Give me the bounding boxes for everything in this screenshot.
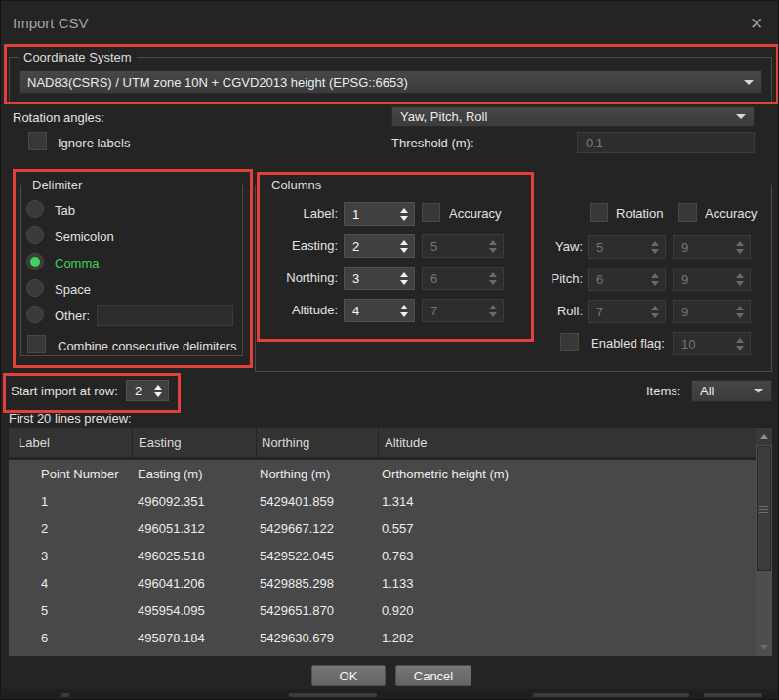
cell: Easting (m) <box>132 467 255 481</box>
scroll-down-button[interactable] <box>756 638 772 656</box>
spinner-arrows-icon[interactable] <box>154 385 168 397</box>
cell: 495878.184 <box>132 631 255 645</box>
start-import-spinner[interactable]: 2 <box>126 380 169 401</box>
scrollbar-thumb[interactable] <box>757 446 771 571</box>
dialog-title: Import CSV <box>13 15 89 31</box>
table-row[interactable]: 4 496041.206 5429885.298 1.133 <box>9 569 756 597</box>
chevron-down-icon <box>754 389 763 393</box>
table-row[interactable]: 3 496025.518 5429522.045 0.763 <box>9 542 756 569</box>
spinner-arrows-icon <box>651 306 665 318</box>
col-altitude-spinner[interactable]: 4 <box>344 299 415 322</box>
rotation-label[interactable]: Rotation <box>616 206 663 221</box>
col-easting-value: 2 <box>352 239 400 254</box>
spinner-arrows-icon[interactable] <box>400 240 414 253</box>
cell: 1 <box>9 494 132 509</box>
enabled-flag-value: 10 <box>681 337 736 351</box>
enabled-flag-checkbox[interactable] <box>560 333 579 351</box>
cell: 5 <box>9 603 132 618</box>
radio-semicolon-label[interactable]: Semicolon <box>55 229 114 244</box>
clipped-background-row <box>1 689 779 700</box>
header-label[interactable]: Label <box>9 428 132 457</box>
yaw-accuracy-spinner: 9 <box>673 235 751 259</box>
delimiter-group-label: Delimiter <box>27 178 87 192</box>
cell: 0.557 <box>376 521 756 536</box>
items-dropdown[interactable]: All <box>691 380 772 402</box>
header-easting[interactable]: Easting <box>133 428 256 457</box>
spinner-arrows-icon[interactable] <box>400 272 414 285</box>
close-icon[interactable]: ✕ <box>750 16 763 32</box>
columns-group-label: Columns <box>266 178 326 192</box>
columns-accuracy-label[interactable]: Accuracy <box>449 206 501 221</box>
ignore-labels-checkbox[interactable] <box>28 132 47 150</box>
preview-table-header: Label Easting Northing Altitude <box>9 428 756 457</box>
col-altitude-accuracy-spinner: 7 <box>422 299 504 322</box>
arrow-down-icon <box>760 645 768 650</box>
coordinate-system-dropdown[interactable]: NAD83(CSRS) / UTM zone 10N + CGVD2013 he… <box>19 70 762 94</box>
table-row[interactable]: 5 495954.095 5429651.870 0.920 <box>9 597 756 624</box>
pitch-spinner: 6 <box>588 268 666 291</box>
spinner-arrows-icon <box>489 305 503 317</box>
radio-semicolon[interactable] <box>26 226 44 244</box>
cell: 0.920 <box>376 603 756 618</box>
col-northing-spinner[interactable]: 3 <box>344 267 415 290</box>
rotation-angles-value: Yaw, Pitch, Roll <box>400 109 736 124</box>
threshold-input[interactable]: 0.1 <box>577 132 755 153</box>
enabled-flag-label[interactable]: Enabled flag: <box>591 336 665 350</box>
radio-comma[interactable] <box>26 253 44 270</box>
cell: 5429401.859 <box>255 494 376 509</box>
cell: Northing (m) <box>255 467 376 481</box>
col-northing-accuracy-spinner: 6 <box>422 267 504 290</box>
radio-space[interactable] <box>26 279 44 297</box>
ok-button[interactable]: OK <box>311 665 386 686</box>
vertical-scrollbar[interactable] <box>756 428 772 656</box>
combine-delimiters-label[interactable]: Combine consecutive delimiters <box>58 339 237 353</box>
table-row[interactable]: Point Number Easting (m) Northing (m) Or… <box>9 460 756 487</box>
spinner-arrows-icon <box>651 273 665 286</box>
col-easting-spinner[interactable]: 2 <box>344 234 415 258</box>
table-row[interactable]: 6 495878.184 5429630.679 1.282 <box>9 624 756 651</box>
col-northing-value: 3 <box>352 271 400 286</box>
col-label-spinner[interactable]: 1 <box>344 202 415 226</box>
header-altitude[interactable]: Altitude <box>379 428 756 457</box>
radio-other[interactable] <box>26 306 44 323</box>
preview-label: First 20 lines preview: <box>9 411 132 426</box>
rotation-accuracy-checkbox[interactable] <box>678 203 697 222</box>
cancel-button[interactable]: Cancel <box>395 665 472 686</box>
header-northing[interactable]: Northing <box>257 428 378 457</box>
preview-table: Label Easting Northing Altitude Point Nu… <box>9 428 772 656</box>
spinner-arrows-icon <box>736 306 750 318</box>
table-row[interactable]: 1 496092.351 5429401.859 1.314 <box>9 487 756 515</box>
coordinate-system-value: NAD83(CSRS) / UTM zone 10N + CGVD2013 he… <box>27 75 744 90</box>
cell: 496025.518 <box>132 549 255 563</box>
start-import-value: 2 <box>135 384 154 398</box>
radio-tab-label[interactable]: Tab <box>55 203 75 218</box>
yaw-spinner: 5 <box>588 235 666 259</box>
radio-space-label[interactable]: Space <box>55 282 91 297</box>
spinner-arrows-icon[interactable] <box>400 305 414 317</box>
columns-accuracy-checkbox[interactable] <box>422 203 440 222</box>
pitch-label: Pitch: <box>528 271 583 286</box>
pitch-value: 6 <box>596 272 651 287</box>
cell: 2 <box>9 521 132 536</box>
radio-other-label[interactable]: Other: <box>55 309 90 323</box>
col-label-value: 1 <box>352 207 400 222</box>
cell: 3 <box>9 549 132 563</box>
rotation-accuracy-label[interactable]: Accuracy <box>705 206 757 221</box>
chevron-down-icon <box>744 80 754 85</box>
radio-tab[interactable] <box>26 200 44 218</box>
table-row[interactable]: 2 496051.312 5429667.122 0.557 <box>9 515 756 542</box>
col-label-label: Label: <box>257 206 338 221</box>
yaw-value: 5 <box>596 240 651 255</box>
rotation-angles-label: Rotation angles: <box>13 110 104 125</box>
rotation-angles-dropdown[interactable]: Yaw, Pitch, Roll <box>391 106 755 127</box>
other-delimiter-input[interactable] <box>97 305 233 326</box>
cell: 496092.351 <box>132 494 255 509</box>
spinner-arrows-icon[interactable] <box>400 208 414 221</box>
cell: 1.133 <box>376 576 756 591</box>
cell: 1.314 <box>376 494 756 509</box>
ignore-labels-label[interactable]: Ignore labels <box>58 136 130 150</box>
scroll-up-button[interactable] <box>756 428 772 445</box>
radio-comma-label[interactable]: Comma <box>55 256 100 270</box>
combine-delimiters-checkbox[interactable] <box>27 335 46 353</box>
rotation-checkbox[interactable] <box>590 203 608 222</box>
